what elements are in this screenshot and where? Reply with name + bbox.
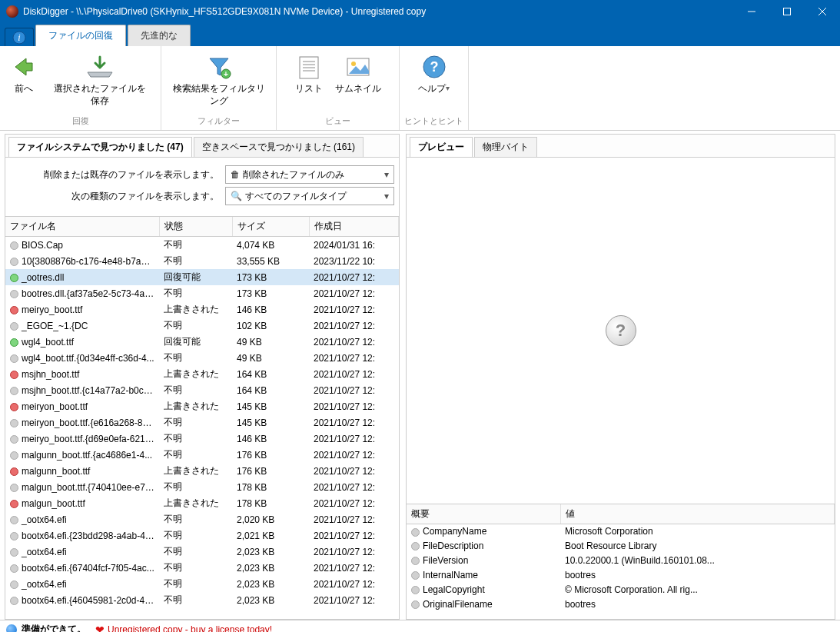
filter-type-select[interactable]: 🔍すべてのファイルタイプ (225, 187, 394, 205)
ribbon-tabs: i ファイルの回復 先進的な (0, 23, 840, 46)
results-pane: ファイルシステムで見つかりました (47) 空きスペースで見つかりました (16… (5, 134, 400, 620)
table-row[interactable]: msjhn_boot.ttf.{c14a77a2-b0c9...不明164 KB… (5, 382, 399, 398)
table-row[interactable]: bootx64.efi.{46045981-2c0d-41...不明2,023 … (5, 592, 399, 608)
preview-area: ? (407, 158, 835, 504)
back-button[interactable]: 前へ (5, 49, 43, 111)
table-row[interactable]: meiryo_boot.ttf.{d69e0efa-6219...不明146 K… (5, 431, 399, 447)
help-button[interactable]: ? ヘルプ▾ (412, 49, 456, 111)
table-row[interactable]: meiryon_boot.ttf上書きされた145 KB2021/10/27 1… (5, 398, 399, 414)
svg-point-15 (351, 62, 356, 66)
table-row[interactable]: wgl4_boot.ttf回復可能49 KB2021/10/27 12: (5, 334, 399, 350)
table-row[interactable]: malgunn_boot.ttf上書きされた176 KB2021/10/27 1… (5, 463, 399, 479)
filter-type-label: 次の種類のファイルを表示します。 (10, 190, 225, 203)
ribbon: 前へ 選択されたファイルを保存 回復 + 検索結果をフィルタリング フィルター … (0, 46, 840, 131)
status-dot-icon (6, 624, 17, 633)
close-button[interactable] (805, 0, 840, 23)
window-title: DiskDigger - \\.\PhysicalDrive0 (SKHynix… (23, 6, 734, 17)
list-icon (297, 52, 320, 81)
thumbnail-icon (345, 52, 371, 81)
license-link[interactable]: Unregistered copy - buy a license today! (108, 624, 272, 633)
col-prop-key[interactable]: 概要 (407, 504, 560, 524)
save-selected-button[interactable]: 選択されたファイルを保存 (43, 49, 156, 111)
svg-marker-6 (15, 58, 32, 75)
property-row[interactable]: OriginalFilenamebootres (407, 597, 835, 612)
table-row[interactable]: _ootx64.efi不明2,020 KB2021/10/27 12: (5, 511, 399, 527)
property-row[interactable]: FileDescriptionBoot Resource Library (407, 539, 835, 554)
preview-pane: プレビュー 物理バイト ? 概要 値 CompanyNameMicrosoft … (406, 134, 835, 620)
ribbon-group-recover: 回復 (0, 114, 161, 130)
property-row[interactable]: InternalNamebootres (407, 568, 835, 583)
minimize-button[interactable] (734, 0, 769, 23)
tab-file-recovery[interactable]: ファイルの回復 (35, 25, 126, 46)
help-orb-button[interactable]: i (5, 28, 34, 46)
properties-table[interactable]: 概要 値 CompanyNameMicrosoft CorporationFil… (407, 504, 835, 619)
table-row[interactable]: meiryo_boot.ttf上書きされた146 KB2021/10/27 12… (5, 301, 399, 318)
heart-icon: ❤ (95, 624, 105, 633)
table-row[interactable]: malgun_boot.ttf上書きされた178 KB2021/10/27 12… (5, 495, 399, 511)
col-size[interactable]: サイズ (232, 217, 309, 237)
ribbon-group-view: ビュー (277, 114, 399, 130)
table-row[interactable]: msjhn_boot.ttf上書きされた164 KB2021/10/27 12: (5, 366, 399, 382)
table-row[interactable]: wgl4_boot.ttf.{0d34e4ff-c36d-4...不明49 KB… (5, 350, 399, 366)
statusbar: 準備ができて。 ❤ Unregistered copy - buy a lice… (0, 620, 840, 632)
svg-text:i: i (18, 32, 20, 43)
table-row[interactable]: malgunn_boot.ttf.{ac4686e1-4...不明176 KB2… (5, 447, 399, 463)
tab-free-space-found[interactable]: 空きスペースで見つかりました (161) (194, 137, 364, 157)
tab-physical-bytes[interactable]: 物理バイト (474, 137, 537, 157)
ribbon-group-filter: フィルター (161, 114, 276, 130)
col-name[interactable]: ファイル名 (5, 217, 159, 237)
preview-placeholder-icon: ? (606, 315, 636, 346)
table-row[interactable]: bootx64.efi.{23bdd298-a4ab-43...不明2,021 … (5, 527, 399, 544)
table-row[interactable]: 10{3808876b-c176-4e48-b7ae-0...不明33,555 … (5, 253, 399, 269)
ribbon-group-help: ヒントとヒント (400, 114, 468, 130)
col-state[interactable]: 状態 (159, 217, 232, 237)
svg-rect-1 (784, 8, 791, 15)
table-row[interactable]: meiryon_boot.ttf.{e616a268-86...不明145 KB… (5, 414, 399, 431)
maximize-button[interactable] (769, 0, 805, 23)
col-date[interactable]: 作成日 (309, 217, 399, 237)
status-ready: 準備ができて。 (22, 623, 86, 632)
property-row[interactable]: CompanyNameMicrosoft Corporation (407, 524, 835, 539)
table-row[interactable]: bootres.dll.{af37a5e2-5c73-4ab...不明173 K… (5, 285, 399, 301)
col-prop-value[interactable]: 値 (560, 504, 835, 524)
help-icon: ? (421, 52, 447, 81)
tab-preview[interactable]: プレビュー (410, 137, 473, 157)
view-thumbnail-button[interactable]: サムネイル (329, 49, 387, 111)
back-arrow-icon (11, 52, 37, 81)
svg-text:+: + (224, 70, 228, 78)
table-row[interactable]: bootx64.efi.{67404fcf-7f05-4ac...不明2,023… (5, 560, 399, 576)
filter-button[interactable]: + 検索結果をフィルタリング (165, 49, 273, 111)
titlebar: DiskDigger - \\.\PhysicalDrive0 (SKHynix… (0, 0, 840, 23)
table-row[interactable]: _ootx64.efi不明2,023 KB2021/10/27 12: (5, 576, 399, 592)
app-icon (6, 5, 18, 18)
table-row[interactable]: _EGOE_~1.{DC不明102 KB2021/10/27 12: (5, 318, 399, 334)
property-row[interactable]: FileVersion10.0.22000.1 (WinBuild.160101… (407, 554, 835, 568)
property-row[interactable]: LegalCopyright© Microsoft Corporation. A… (407, 583, 835, 597)
tab-advanced[interactable]: 先進的な (128, 25, 191, 46)
results-table[interactable]: ファイル名 状態 サイズ 作成日 BIOS.Cap不明4,074 KB2024/… (5, 216, 399, 619)
filter-deleted-label: 削除または既存のファイルを表示します。 (10, 168, 225, 181)
funnel-icon: + (205, 52, 233, 81)
chevron-down-icon: ▾ (446, 83, 450, 93)
table-row[interactable]: _ootres.dll回復可能173 KB2021/10/27 12: (5, 269, 399, 285)
table-row[interactable]: malgun_boot.ttf.{740410ee-e7e...不明178 KB… (5, 479, 399, 495)
view-list-button[interactable]: リスト (289, 49, 329, 111)
table-row[interactable]: BIOS.Cap不明4,074 KB2024/01/31 16: (5, 237, 399, 254)
filter-deleted-select[interactable]: 🗑削除されたファイルのみ (225, 165, 394, 184)
tab-filesystem-found[interactable]: ファイルシステムで見つかりました (47) (8, 137, 192, 157)
svg-text:?: ? (430, 59, 438, 75)
table-row[interactable]: _ootx64.efi不明2,023 KB2021/10/27 12: (5, 544, 399, 560)
save-drive-icon (85, 52, 115, 81)
